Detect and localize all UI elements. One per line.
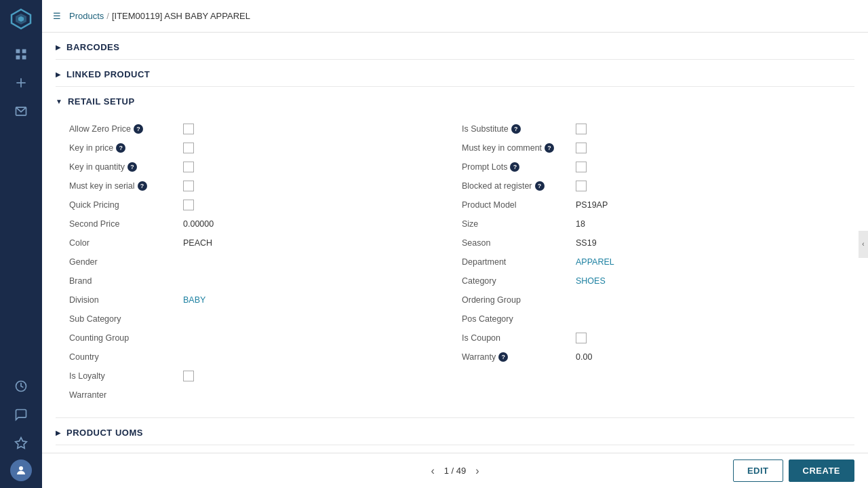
- second-price-label: Second Price: [69, 219, 178, 229]
- allow-zero-price-help[interactable]: ?: [134, 124, 143, 134]
- product-uoms-section: PRODUCT UOMS: [56, 418, 854, 445]
- clock-icon[interactable]: [9, 374, 33, 398]
- is-coupon-label: Is Coupon: [462, 333, 570, 343]
- retail-setup-content: Allow Zero Price ? Key in price ?: [56, 113, 854, 417]
- svg-rect-3: [16, 50, 20, 54]
- mail-icon[interactable]: [9, 99, 33, 124]
- must-key-serial-checkbox[interactable]: [183, 181, 194, 191]
- size-row: Size 18: [462, 215, 854, 233]
- linked-product-section-header[interactable]: LINKED PRODUCT: [56, 60, 854, 86]
- blocked-at-register-checkbox[interactable]: [576, 181, 587, 191]
- quick-pricing-checkbox[interactable]: [183, 200, 194, 210]
- counting-group-label: Counting Group: [69, 333, 178, 343]
- must-key-comment-label: Must key in comment ?: [462, 143, 570, 153]
- sub-category-row: Sub Category: [69, 310, 462, 328]
- prompt-lots-checkbox[interactable]: [576, 162, 587, 172]
- is-coupon-row: Is Coupon: [462, 329, 854, 347]
- key-in-price-help[interactable]: ?: [116, 143, 125, 153]
- brand-label: Brand: [69, 276, 178, 286]
- season-row: Season SS19: [462, 234, 854, 252]
- svg-rect-8: [16, 82, 25, 83]
- season-label: Season: [462, 238, 570, 248]
- country-row: Country: [69, 348, 462, 366]
- star-icon[interactable]: [9, 431, 33, 455]
- warranty-help[interactable]: ?: [498, 352, 508, 362]
- key-in-price-label: Key in price ?: [69, 143, 178, 153]
- category-value[interactable]: SHOES: [576, 276, 606, 286]
- category-label: Category: [462, 276, 570, 286]
- is-substitute-label: Is Substitute ?: [462, 124, 570, 134]
- linked-product-arrow: [56, 71, 61, 78]
- breadcrumb-current-item: [ITEM00119] ASH BABY APPAREL: [112, 11, 250, 21]
- must-key-serial-row: Must key in serial ?: [69, 177, 462, 195]
- footer-actions: EDIT CREATE: [733, 459, 854, 482]
- warranty-value: 0.00: [576, 352, 592, 362]
- breadcrumb-separator: /: [106, 11, 109, 21]
- warranter-row: Warranter: [69, 386, 462, 404]
- is-loyalty-label: Is Loyalty: [69, 371, 178, 381]
- must-key-comment-checkbox[interactable]: [576, 143, 587, 153]
- gender-label: Gender: [69, 257, 178, 267]
- department-label: Department: [462, 257, 570, 267]
- barcodes-section-header[interactable]: BARCODES: [56, 33, 854, 59]
- svg-point-12: [19, 466, 23, 470]
- avatar[interactable]: [10, 459, 32, 481]
- pagination-prev-button[interactable]: ‹: [427, 464, 438, 478]
- pagination-next-button[interactable]: ›: [471, 464, 483, 478]
- is-loyalty-row: Is Loyalty: [69, 367, 462, 385]
- retail-setup-grid: Allow Zero Price ? Key in price ?: [69, 120, 854, 404]
- second-price-row: Second Price 0.00000: [69, 215, 462, 233]
- breadcrumb-products-link[interactable]: Products: [69, 11, 104, 21]
- product-model-row: Product Model PS19AP: [462, 196, 854, 214]
- content-area: BARCODES LINKED PRODUCT RETAIL SETUP: [42, 33, 868, 453]
- retail-setup-arrow: [56, 98, 62, 105]
- grid-icon[interactable]: [9, 42, 33, 67]
- key-in-price-row: Key in price ?: [69, 139, 462, 157]
- right-panel-toggle[interactable]: ‹: [859, 231, 868, 258]
- key-in-quantity-row: Key in quantity ?: [69, 158, 462, 176]
- barcodes-title: BARCODES: [66, 42, 119, 52]
- prompt-lots-help[interactable]: ?: [510, 162, 519, 172]
- is-substitute-checkbox[interactable]: [576, 124, 587, 134]
- must-key-comment-help[interactable]: ?: [545, 143, 554, 153]
- topbar-menu-icon[interactable]: ☰: [53, 11, 61, 21]
- app-logo[interactable]: [9, 7, 33, 31]
- must-key-serial-label: Must key in serial ?: [69, 181, 178, 191]
- color-value: PEACH: [183, 238, 212, 248]
- brand-row: Brand: [69, 272, 462, 290]
- allow-zero-price-checkbox[interactable]: [183, 124, 194, 134]
- is-coupon-checkbox[interactable]: [576, 333, 587, 343]
- division-value[interactable]: BABY: [183, 295, 205, 305]
- retail-left-column: Allow Zero Price ? Key in price ?: [69, 120, 462, 404]
- is-substitute-help[interactable]: ?: [511, 124, 521, 134]
- chat-icon[interactable]: [9, 402, 33, 427]
- quick-pricing-row: Quick Pricing: [69, 196, 462, 214]
- svg-rect-4: [22, 50, 26, 54]
- product-model-label: Product Model: [462, 200, 570, 210]
- division-row: Division BABY: [69, 291, 462, 309]
- edit-button[interactable]: EDIT: [733, 459, 783, 482]
- pagination-display: 1 / 49: [444, 466, 467, 476]
- category-row: Category SHOES: [462, 272, 854, 290]
- color-row: Color PEACH: [69, 234, 462, 252]
- is-loyalty-checkbox[interactable]: [183, 371, 194, 381]
- prompt-lots-label: Prompt Lots ?: [462, 162, 570, 172]
- create-button[interactable]: CREATE: [789, 459, 854, 482]
- key-in-price-checkbox[interactable]: [183, 143, 194, 153]
- blocked-at-register-help[interactable]: ?: [535, 181, 545, 191]
- key-in-quantity-checkbox[interactable]: [183, 162, 194, 172]
- sale-prices-section-header[interactable]: SALE PRICES: [56, 445, 854, 453]
- department-value[interactable]: APPAREL: [576, 257, 614, 267]
- retail-setup-section-header[interactable]: RETAIL SETUP: [56, 87, 854, 113]
- product-model-value: PS19AP: [576, 200, 608, 210]
- division-label: Division: [69, 295, 178, 305]
- product-uoms-section-header[interactable]: PRODUCT UOMS: [56, 418, 854, 445]
- svg-marker-11: [16, 438, 27, 449]
- must-key-serial-help[interactable]: ?: [138, 181, 147, 191]
- allow-zero-price-row: Allow Zero Price ?: [69, 120, 462, 138]
- ordering-group-row: Ordering Group: [462, 291, 854, 309]
- retail-setup-section: RETAIL SETUP Allow Zero Price ?: [56, 87, 854, 418]
- key-in-quantity-help[interactable]: ?: [127, 162, 137, 172]
- second-price-value: 0.00000: [183, 219, 214, 229]
- plus-icon[interactable]: [9, 71, 33, 95]
